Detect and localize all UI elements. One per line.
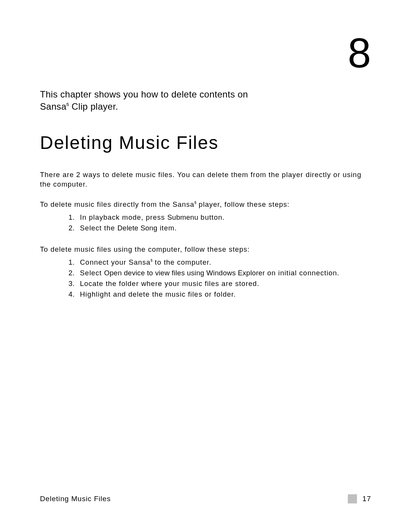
chapter-intro: This chapter shows you how to delete con… [40,88,371,113]
step-text: on initial connection. [265,269,339,277]
step-number: 2. [68,223,80,233]
step-text: Highlight and delete the music files or … [80,290,236,298]
page-number: 17 [362,495,371,503]
intro-line2b: Clip player. [69,101,118,112]
emphasized-text: Submenu [167,213,198,221]
paragraph-intro: There are 2 ways to delete music files. … [40,170,371,189]
step-content: In playback mode, press Submenu button. [80,212,371,222]
emphasized-text: Open device to view files using Windows … [104,269,265,277]
paragraph-direct: To delete music files directly from the … [40,200,371,209]
step-number: 4. [68,289,80,299]
chapter-title: Deleting Music Files [40,132,371,153]
step-number: 1. [68,212,80,222]
list-item: 1.In playback mode, press Submenu button… [68,212,371,222]
list-item: 2.Select the Delete Song item. [68,223,371,233]
step-content: Highlight and delete the music files or … [80,289,371,299]
intro-line1: This chapter shows you how to delete con… [40,89,248,99]
step-text: to the computer. [153,258,212,266]
list-item: 2.Select Open device to view files using… [68,268,371,278]
paragraph-computer: To delete music files using the computer… [40,245,371,254]
footer-section-title: Deleting Music Files [40,495,111,503]
emphasized-text: Delete Song [117,224,157,232]
chapter-number: 8 [40,29,371,77]
list-item: 3.Locate the folder where your music fil… [68,279,371,289]
step-number: 1. [68,257,80,267]
step-content: Select Open device to view files using W… [80,268,371,278]
step-content: Locate the folder where your music files… [80,279,371,289]
step-text: Select the [80,224,117,232]
step-text: Connect your Sansa [80,258,151,266]
footer-right: 17 [348,494,371,503]
step-text: Select [80,269,104,277]
intro-line2a: Sansa [40,101,67,112]
step-text: Locate the folder where your music files… [80,280,260,288]
list-item: 1.Connect your Sansafi to the computer. [68,257,371,267]
steps-computer-list: 1.Connect your Sansafi to the computer.2… [40,257,371,299]
list-item: 4.Highlight and delete the music files o… [68,289,371,299]
step-number: 3. [68,279,80,289]
page-footer: Deleting Music Files 17 [40,494,371,503]
steps-direct-list: 1.In playback mode, press Submenu button… [40,212,371,233]
step-text: In playback mode, press [80,213,167,221]
p2-text-b: player, follow these steps: [196,200,290,208]
step-text: button. [198,213,225,221]
step-content: Connect your Sansafi to the computer. [80,257,371,267]
p2-text-a: To delete music files directly from the … [40,200,194,208]
step-content: Select the Delete Song item. [80,223,371,233]
step-text: item. [158,224,177,232]
footer-block-icon [348,494,357,503]
step-number: 2. [68,268,80,278]
